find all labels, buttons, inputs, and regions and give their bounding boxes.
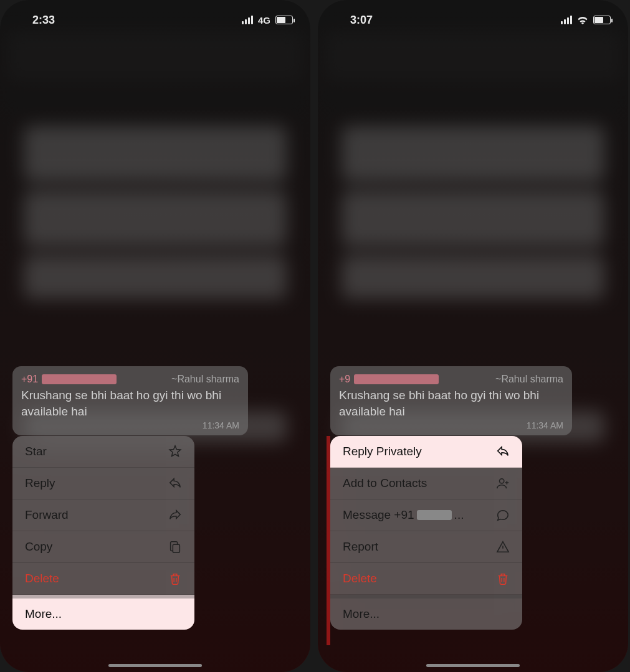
message-text: Krushang se bhi baat ho gyi thi wo bhi a… <box>339 387 563 419</box>
menu-report[interactable]: Report <box>330 531 522 563</box>
menu-label: Add to Contacts <box>343 476 427 490</box>
menu-label: Copy <box>25 540 52 554</box>
menu-delete[interactable]: Delete <box>330 563 522 595</box>
phone-screenshot-left: 2:33 4G +91 ~Rahul sharma Krushang se bh… <box>0 0 310 672</box>
home-indicator[interactable] <box>426 664 520 667</box>
redacted-number <box>354 374 439 384</box>
menu-message-number[interactable]: Message +91 ... <box>330 499 522 531</box>
reply-icon <box>496 445 510 458</box>
trash-icon <box>168 572 182 585</box>
sender-name: ~Rahul sharma <box>171 374 239 385</box>
menu-label: Report <box>343 540 378 554</box>
menu-label: Reply <box>25 476 55 490</box>
selected-message-bubble[interactable]: +91 ~Rahul sharma Krushang se bhi baat h… <box>12 366 248 435</box>
sender-phone: +91 <box>21 374 117 385</box>
message-context-menu-more: Reply Privately Add to Contacts Message … <box>330 436 522 630</box>
warning-icon <box>496 540 510 554</box>
menu-label: More... <box>25 607 62 621</box>
message-time: 11:34 AM <box>339 420 563 430</box>
forward-icon <box>168 508 182 522</box>
menu-reply[interactable]: Reply <box>12 468 194 499</box>
menu-label: Delete <box>25 572 59 585</box>
message-time: 11:34 AM <box>21 420 239 430</box>
message-context-menu: Star Reply Forward Copy <box>12 436 194 630</box>
redacted-number <box>417 510 452 520</box>
menu-label: Reply Privately <box>343 445 422 458</box>
highlight-glow <box>327 436 330 645</box>
svg-point-1 <box>500 479 504 483</box>
sender-phone: +9 <box>339 374 439 385</box>
menu-more[interactable]: More... <box>330 595 522 630</box>
selected-message-bubble[interactable]: +9 ~Rahul sharma Krushang se bhi baat ho… <box>330 366 572 435</box>
menu-add-contacts[interactable]: Add to Contacts <box>330 468 522 499</box>
menu-more[interactable]: More... <box>12 595 194 630</box>
redacted-number <box>42 374 117 384</box>
menu-copy[interactable]: Copy <box>12 531 194 563</box>
message-text: Krushang se bhi baat ho gyi thi wo bhi a… <box>21 387 239 419</box>
home-indicator[interactable] <box>108 664 202 667</box>
phone-screenshot-right: 3:07 +9 ~Rahul sharma Krushang se bhi ba… <box>318 0 628 672</box>
trash-icon <box>496 572 510 585</box>
menu-label: Forward <box>25 508 69 522</box>
reply-icon <box>168 476 182 490</box>
menu-label: More... <box>343 607 379 621</box>
menu-delete[interactable]: Delete <box>12 563 194 595</box>
menu-label: Star <box>25 445 47 458</box>
menu-label: Delete <box>343 572 377 585</box>
add-contact-icon <box>496 476 510 490</box>
chat-bubble-icon <box>496 508 510 522</box>
menu-forward[interactable]: Forward <box>12 499 194 531</box>
star-icon <box>168 445 182 458</box>
sender-name: ~Rahul sharma <box>495 374 563 385</box>
menu-label: Message +91 ... <box>343 508 464 522</box>
menu-reply-privately[interactable]: Reply Privately <box>330 436 522 468</box>
svg-rect-0 <box>173 544 179 552</box>
copy-icon <box>168 540 182 554</box>
menu-star[interactable]: Star <box>12 436 194 468</box>
